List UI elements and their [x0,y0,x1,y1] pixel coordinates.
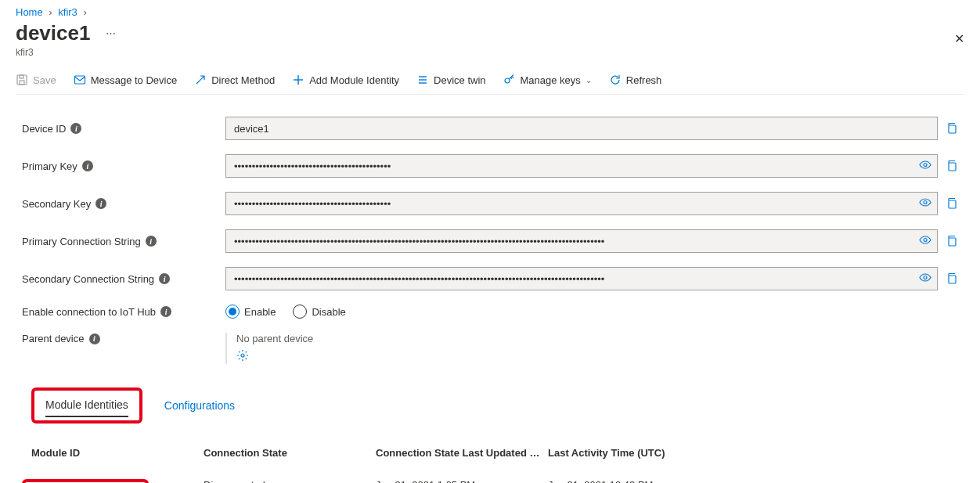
table-row[interactable]: DefenderIotMicroAgent Disconnected Jan 2… [31,473,949,483]
save-icon [16,74,28,86]
direct-method-button[interactable]: Direct Method [194,74,275,86]
svg-rect-3 [20,75,23,78]
svg-rect-17 [949,238,956,246]
info-icon[interactable]: i [89,333,100,344]
tab-configurations[interactable]: Configurations [164,395,235,416]
eye-icon[interactable] [919,159,931,174]
svg-rect-4 [74,76,85,84]
col-last-updated[interactable]: Connection State Last Updated … [376,447,548,459]
label-primary-conn: Primary Connection String [22,236,141,247]
secondary-conn-input[interactable] [225,267,938,290]
info-icon[interactable]: i [82,160,93,171]
highlight-module-identities: Module Identities [31,387,142,424]
col-conn-state[interactable]: Connection State [204,447,376,459]
label-primary-key: Primary Key [22,160,77,172]
copy-icon[interactable] [946,122,958,135]
svg-rect-2 [20,81,24,85]
svg-rect-11 [949,125,956,133]
page-subtitle: kfir3 [16,47,964,58]
eye-icon[interactable] [919,196,931,211]
add-module-button[interactable]: Add Module Identity [292,74,399,86]
cell-last-updated: Jan 21, 2021 1:05 PM [376,479,548,483]
cell-conn-state: Disconnected [204,479,376,483]
highlight-module-link: DefenderIotMicroAgent [22,479,149,483]
eye-icon[interactable] [919,272,931,287]
toolbar: Save Message to Device Direct Method Add… [16,63,964,95]
breadcrumb-hub[interactable]: kfir3 [58,6,77,18]
svg-rect-13 [949,163,956,171]
svg-point-12 [924,164,927,167]
breadcrumb-home[interactable]: Home [16,6,43,18]
svg-point-10 [505,78,510,83]
direct-icon [194,74,207,86]
key-icon [503,74,516,86]
tab-module-identities[interactable]: Module Identities [45,394,128,417]
manage-keys-button[interactable]: Manage keys ⌄ [503,74,592,86]
plus-icon [292,74,304,86]
device-twin-button[interactable]: Device twin [416,74,485,86]
page-title: device1 [16,21,90,45]
col-last-activity[interactable]: Last Activity Time (UTC) [548,447,720,459]
svg-rect-1 [17,75,27,85]
chevron-right-icon: › [49,6,52,18]
copy-icon[interactable] [946,235,958,247]
info-icon[interactable]: i [159,273,170,284]
gear-icon[interactable] [236,349,313,364]
eye-icon[interactable] [919,234,931,249]
label-device-id: Device ID [22,123,66,135]
primary-key-input[interactable] [225,154,938,178]
copy-icon[interactable] [946,272,958,285]
envelope-icon [74,74,86,86]
label-secondary-key: Secondary Key [22,198,91,210]
refresh-icon [609,74,622,86]
col-module-id[interactable]: Module ID [31,447,204,459]
close-icon[interactable]: ✕ [954,31,964,46]
svg-rect-15 [949,200,956,208]
more-icon[interactable]: ⋯ [106,27,116,39]
svg-point-16 [924,239,927,242]
label-secondary-conn: Secondary Connection String [22,273,154,285]
device-id-input[interactable] [225,117,938,140]
breadcrumb: Home › kfir3 › [16,6,964,18]
list-icon [416,74,429,86]
svg-point-14 [924,201,927,204]
info-icon[interactable]: i [146,236,157,247]
primary-conn-input[interactable] [225,229,938,253]
info-icon[interactable]: i [95,198,106,209]
label-parent: Parent device [22,333,85,344]
copy-icon[interactable] [946,160,958,172]
radio-disable[interactable]: Disable [293,305,345,319]
svg-rect-19 [949,276,956,283]
message-button[interactable]: Message to Device [74,74,178,86]
radio-enable[interactable]: Enable [225,305,276,319]
svg-point-20 [241,354,244,357]
info-icon[interactable]: i [160,306,171,317]
info-icon[interactable]: i [70,123,81,134]
svg-point-18 [924,276,927,279]
chevron-down-icon: ⌄ [585,76,592,85]
label-enable-conn: Enable connection to IoT Hub [22,306,156,318]
chevron-right-icon: › [83,6,86,18]
save-button: Save [16,74,56,86]
copy-icon[interactable] [946,197,958,210]
refresh-button[interactable]: Refresh [609,74,662,86]
secondary-key-input[interactable] [225,192,938,215]
parent-device-value: No parent device [236,333,313,344]
table-header: Module ID Connection State Connection St… [31,439,949,473]
cell-last-activity: Jan 21, 2021 12:43 PM [548,479,720,483]
